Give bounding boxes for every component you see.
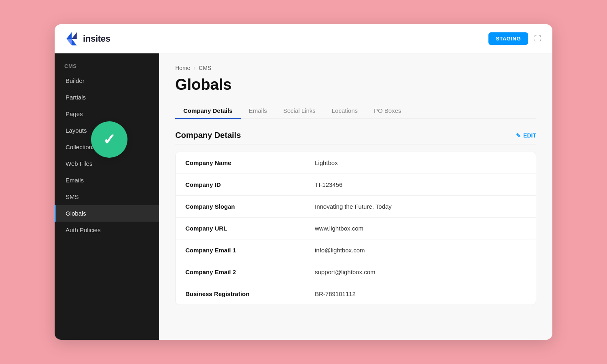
field-value: support@lightbox.com — [315, 269, 375, 275]
section-header: Company Details ✎ EDIT — [175, 131, 536, 144]
field-value: info@lightbox.com — [315, 247, 365, 254]
check-badge: ✓ — [91, 121, 127, 158]
data-row: Business RegistrationBR-789101112 — [176, 283, 536, 305]
sidebar-item-sms[interactable]: SMS — [55, 188, 159, 205]
field-value: Lightbox — [315, 159, 338, 166]
body-layout: CMS BuilderPartialsPagesLayoutsCollectio… — [55, 53, 552, 340]
field-label: Company Email 2 — [185, 269, 315, 275]
field-value: www.lightbox.com — [315, 225, 363, 232]
sidebar-section-header: CMS — [55, 60, 159, 72]
field-value: BR-789101112 — [315, 290, 356, 297]
data-row: Company URLwww.lightbox.com — [176, 218, 536, 239]
field-label: Business Registration — [185, 290, 315, 297]
logo-icon — [64, 31, 79, 47]
header-right: STAGING ⛶ — [488, 32, 543, 45]
breadcrumb-cms[interactable]: CMS — [199, 65, 211, 71]
field-label: Company URL — [185, 225, 315, 232]
check-icon: ✓ — [103, 132, 116, 147]
sidebar-item-pages[interactable]: Pages — [55, 106, 159, 122]
tab-po-boxes[interactable]: PO Boxes — [366, 103, 410, 119]
svg-marker-0 — [66, 32, 72, 38]
edit-icon: ✎ — [516, 132, 521, 139]
breadcrumb-sep: › — [193, 65, 195, 71]
expand-icon[interactable]: ⛶ — [533, 34, 543, 44]
staging-button[interactable]: STAGING — [488, 32, 528, 45]
field-label: Company ID — [185, 181, 315, 188]
data-row: Company Email 1info@lightbox.com — [176, 239, 536, 261]
data-row: Company IDTI-123456 — [176, 174, 536, 196]
svg-marker-2 — [66, 39, 72, 45]
field-label: Company Name — [185, 159, 315, 166]
data-card: Company NameLightboxCompany IDTI-123456C… — [175, 152, 536, 305]
svg-marker-1 — [72, 32, 77, 38]
sidebar-item-builder[interactable]: Builder — [55, 72, 159, 89]
svg-marker-3 — [72, 39, 77, 45]
tab-emails[interactable]: Emails — [241, 103, 275, 119]
breadcrumb: Home › CMS — [175, 65, 536, 71]
data-row: Company SloganInnovating the Future, Tod… — [176, 196, 536, 218]
sidebar-item-partials[interactable]: Partials — [55, 89, 159, 106]
tab-company-details[interactable]: Company Details — [175, 103, 241, 119]
field-value: TI-123456 — [315, 181, 342, 188]
tab-social-links[interactable]: Social Links — [275, 103, 324, 119]
edit-button[interactable]: ✎ EDIT — [516, 132, 536, 139]
field-label: Company Email 1 — [185, 247, 315, 254]
field-value: Innovating the Future, Today — [315, 203, 392, 210]
section-title: Company Details — [175, 131, 241, 140]
app-header: insites STAGING ⛶ — [55, 24, 552, 53]
sidebar-item-web-files[interactable]: Web Files — [55, 155, 159, 172]
sidebar-item-auth-policies[interactable]: Auth Policies — [55, 222, 159, 238]
sidebar: CMS BuilderPartialsPagesLayoutsCollectio… — [55, 53, 159, 340]
main-content: Home › CMS Globals Company DetailsEmails… — [159, 53, 552, 340]
field-label: Company Slogan — [185, 203, 315, 210]
breadcrumb-home[interactable]: Home — [175, 65, 190, 71]
edit-label: EDIT — [523, 132, 536, 139]
page-title: Globals — [175, 76, 536, 93]
tab-locations[interactable]: Locations — [324, 103, 366, 119]
logo-text: insites — [83, 34, 110, 44]
logo-area: insites — [64, 31, 110, 47]
sidebar-item-emails[interactable]: Emails — [55, 172, 159, 188]
sidebar-item-globals[interactable]: Globals — [55, 205, 159, 222]
tabs-container: Company DetailsEmailsSocial LinksLocatio… — [175, 103, 536, 119]
data-row: Company NameLightbox — [176, 152, 536, 174]
data-row: Company Email 2support@lightbox.com — [176, 261, 536, 283]
